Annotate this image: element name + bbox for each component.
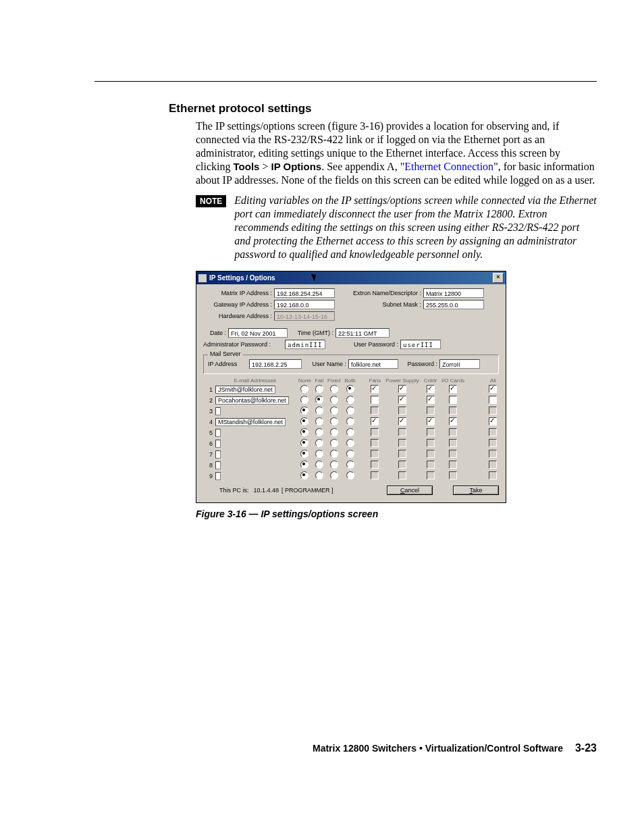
- radio[interactable]: [315, 471, 323, 479]
- radio[interactable]: [346, 385, 354, 393]
- checkbox[interactable]: [398, 385, 406, 393]
- checkbox[interactable]: [489, 385, 497, 393]
- checkbox: [427, 407, 435, 415]
- checkbox: [371, 461, 379, 469]
- email-field[interactable]: MStandish@folklore.net: [215, 418, 286, 426]
- radio[interactable]: [315, 396, 323, 404]
- text: >: [259, 161, 271, 172]
- matrix-ip-label: Matrix IP Address :: [203, 290, 274, 296]
- radio[interactable]: [346, 417, 354, 425]
- date-field[interactable]: Fri, 02 Nov 2001: [228, 328, 288, 338]
- checkbox: [449, 450, 457, 458]
- checkbox[interactable]: [449, 385, 457, 393]
- email-field[interactable]: Pocahontas@folklore.net: [215, 396, 289, 405]
- email-field[interactable]: [215, 461, 221, 469]
- mail-ip-field[interactable]: 192.168.2.25: [249, 359, 302, 369]
- radio[interactable]: [346, 439, 354, 447]
- user-name-field[interactable]: folklore.net: [348, 359, 398, 369]
- email-field[interactable]: [215, 472, 221, 480]
- radio[interactable]: [346, 450, 354, 458]
- checkbox[interactable]: [489, 396, 497, 404]
- checkbox[interactable]: [427, 396, 435, 404]
- password-field[interactable]: ZorroII: [439, 359, 480, 369]
- take-button[interactable]: Take: [453, 486, 499, 495]
- admin-pw-field[interactable]: adminIII: [285, 340, 325, 349]
- checkbox[interactable]: [371, 385, 379, 393]
- checkbox: [427, 461, 435, 469]
- checkbox: [427, 428, 435, 436]
- checkbox: [427, 439, 435, 447]
- checkbox: [489, 439, 497, 447]
- checkbox[interactable]: [398, 417, 406, 425]
- radio[interactable]: [300, 461, 308, 469]
- close-button[interactable]: ×: [493, 273, 504, 283]
- checkbox[interactable]: [427, 417, 435, 425]
- radio[interactable]: [330, 385, 338, 393]
- checkbox: [398, 461, 406, 469]
- email-field[interactable]: JSmith@folklore.net: [215, 386, 275, 394]
- checkbox: [449, 407, 457, 415]
- radio[interactable]: [315, 407, 323, 415]
- radio[interactable]: [315, 450, 323, 458]
- checkbox[interactable]: [398, 396, 406, 404]
- radio[interactable]: [315, 417, 323, 425]
- checkbox: [489, 407, 497, 415]
- checkbox[interactable]: [371, 417, 379, 425]
- radio[interactable]: [300, 385, 308, 393]
- checkbox[interactable]: [449, 417, 457, 425]
- radio[interactable]: [300, 471, 308, 479]
- checkbox: [489, 471, 497, 479]
- radio[interactable]: [346, 407, 354, 415]
- checkbox[interactable]: [427, 385, 435, 393]
- ethernet-connection-link[interactable]: Ethernet Connection: [404, 161, 493, 172]
- radio[interactable]: [330, 471, 338, 479]
- row-index: 3: [203, 406, 214, 417]
- user-pw-field[interactable]: userIII: [400, 340, 441, 349]
- time-label: Time (GMT) :: [288, 330, 336, 336]
- radio[interactable]: [300, 450, 308, 458]
- cancel-button[interactable]: Cancel: [387, 486, 433, 495]
- email-field[interactable]: [215, 429, 221, 437]
- row-index: 7: [203, 449, 214, 460]
- radio[interactable]: [330, 428, 338, 436]
- radio[interactable]: [330, 461, 338, 469]
- window-titlebar[interactable]: IP Settings / Options ×: [196, 271, 506, 284]
- gateway-ip-field[interactable]: 192.168.0.0: [274, 300, 335, 309]
- checkbox: [398, 450, 406, 458]
- matrix-ip-field[interactable]: 192.168.254.254: [274, 288, 335, 298]
- checkbox[interactable]: [489, 417, 497, 425]
- radio[interactable]: [300, 396, 308, 404]
- user-pw-label: User Password :: [325, 341, 400, 348]
- subnet-field[interactable]: 255.255.0.0: [423, 300, 484, 309]
- time-field[interactable]: 22:51:11 GMT: [336, 328, 390, 338]
- radio[interactable]: [315, 461, 323, 469]
- radio[interactable]: [330, 407, 338, 415]
- radio[interactable]: [300, 417, 308, 425]
- this-pc-ip: 10.1.4.48: [251, 487, 282, 494]
- mail-ip-label: IP Address: [208, 361, 249, 367]
- email-field[interactable]: [215, 407, 221, 415]
- this-pc-label: This PC is:: [203, 487, 251, 494]
- email-field[interactable]: [215, 440, 221, 448]
- radio[interactable]: [346, 461, 354, 469]
- radio[interactable]: [330, 396, 338, 404]
- extron-name-field[interactable]: Matrix 12800: [423, 288, 484, 298]
- table-row: 8: [203, 460, 499, 471]
- radio[interactable]: [330, 439, 338, 447]
- email-field[interactable]: [215, 450, 221, 459]
- checkbox[interactable]: [449, 396, 457, 404]
- radio[interactable]: [300, 428, 308, 436]
- radio[interactable]: [315, 428, 323, 436]
- radio[interactable]: [330, 417, 338, 425]
- radio[interactable]: [346, 471, 354, 479]
- radio[interactable]: [315, 439, 323, 447]
- radio[interactable]: [330, 450, 338, 458]
- radio[interactable]: [300, 407, 308, 415]
- radio[interactable]: [346, 428, 354, 436]
- radio[interactable]: [315, 385, 323, 393]
- checkbox[interactable]: [371, 396, 379, 404]
- radio[interactable]: [346, 396, 354, 404]
- radio[interactable]: [300, 439, 308, 447]
- tools-menu: Tools: [234, 161, 260, 172]
- window-title: IP Settings / Options: [209, 274, 275, 282]
